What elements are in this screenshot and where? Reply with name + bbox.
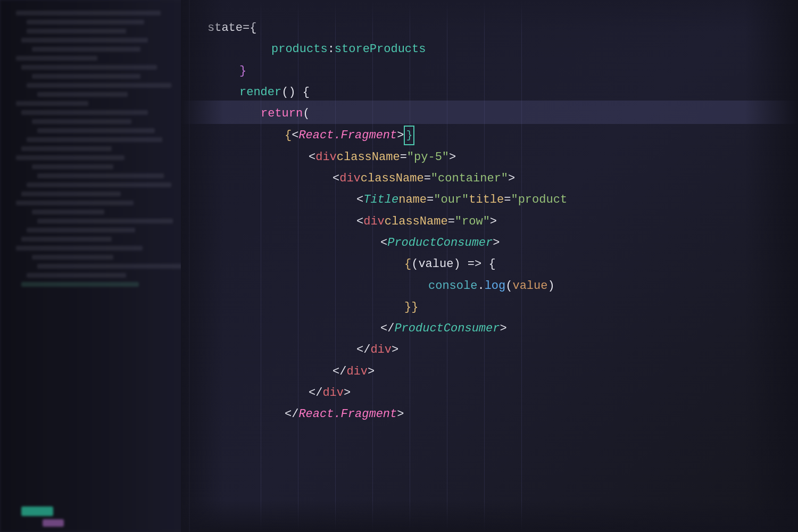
code-token: console	[428, 277, 477, 296]
code-token: .	[477, 277, 484, 296]
code-line-16: </div>	[207, 340, 798, 360]
code-token: </	[309, 384, 322, 403]
code-token: div	[315, 148, 337, 167]
code-token: {	[404, 255, 411, 274]
sidebar-code-lines	[0, 0, 192, 297]
code-token: div	[339, 169, 361, 188]
code-token: div	[370, 340, 392, 360]
code-token: =	[448, 212, 455, 231]
code-token: :	[328, 40, 335, 59]
code-token: className	[337, 148, 400, 167]
code-token: </	[380, 319, 394, 338]
code-token: =	[400, 148, 407, 167]
code-token: log	[485, 277, 506, 296]
code-token: div	[346, 362, 368, 381]
code-token: () {	[281, 83, 310, 102]
cursor: }	[404, 126, 414, 145]
code-token: </	[285, 405, 298, 424]
code-line-1: state={	[207, 19, 798, 38]
code-content: state={ products: storeProducts } render…	[207, 5, 798, 532]
code-token: >	[493, 234, 500, 253]
code-token: =	[504, 190, 511, 210]
code-token: =	[427, 190, 434, 210]
code-token: "row"	[455, 212, 490, 231]
code-line-7: <div className="py-5">	[207, 148, 798, 167]
code-line-19: </React.Fragment>	[207, 405, 798, 424]
code-token: ={	[243, 19, 256, 38]
code-token: }	[239, 62, 246, 81]
code-line-10: <div className="row">	[207, 212, 798, 231]
code-token: )	[547, 277, 554, 296]
code-token: render	[239, 83, 281, 102]
code-line-8: <div className="container">	[207, 169, 798, 188]
code-editor-screen: state={ products: storeProducts } render…	[0, 0, 798, 532]
code-token: (	[505, 277, 512, 296]
code-line-11: <ProductConsumer>	[207, 234, 798, 253]
code-token: (value) => {	[411, 255, 495, 274]
code-line-3: }	[207, 62, 798, 81]
code-line-9: <Title name="our" title= "product	[207, 190, 798, 210]
code-line-4: render() {	[207, 83, 798, 102]
code-token: >	[392, 340, 398, 360]
code-token: div	[363, 212, 385, 231]
code-token: >	[397, 405, 404, 424]
code-line-12: {(value) => {	[207, 255, 798, 274]
code-line-6: {<React.Fragment>}	[207, 126, 798, 145]
code-token: >	[449, 148, 456, 167]
code-token: "our"	[434, 190, 469, 210]
code-line-18: </div>	[207, 384, 798, 403]
code-token: ProductConsumer	[387, 234, 493, 253]
code-token: value	[512, 277, 547, 296]
code-token: <	[356, 212, 363, 231]
code-token: >	[490, 212, 497, 231]
code-token: >	[344, 384, 351, 403]
sidebar-divider	[189, 0, 190, 532]
code-line-14: }}	[207, 298, 798, 317]
code-token: (	[303, 104, 310, 123]
code-line-13: console.log(value)	[207, 277, 798, 296]
code-token: storeProducts	[335, 40, 426, 59]
code-line-17: </div>	[207, 362, 798, 381]
code-token: <	[356, 190, 363, 210]
code-token: state	[207, 19, 243, 38]
code-token: <	[292, 126, 298, 145]
code-token: name	[398, 190, 427, 210]
code-token: <	[380, 234, 387, 253]
code-token: >	[508, 169, 515, 188]
code-token: "container"	[431, 169, 508, 188]
code-token: <	[309, 148, 315, 167]
code-token: title	[469, 190, 504, 210]
code-token: >	[368, 362, 375, 381]
code-token: React.Fragment	[298, 126, 397, 145]
code-line-5: return (	[207, 104, 798, 123]
code-token: =	[424, 169, 431, 188]
code-token: >	[397, 126, 404, 145]
code-token: div	[322, 384, 344, 403]
code-token: ProductConsumer	[394, 319, 500, 338]
code-token: return	[261, 104, 303, 123]
code-token: className	[361, 169, 424, 188]
code-token: {	[285, 126, 292, 145]
code-token: React.Fragment	[298, 405, 397, 424]
sidebar-panel	[0, 0, 192, 532]
code-token: >	[500, 319, 506, 338]
code-token: "py-5"	[407, 148, 449, 167]
code-token: className	[385, 212, 448, 231]
code-token: products	[271, 40, 328, 59]
code-token: "product	[511, 190, 567, 210]
code-line-15: </ProductConsumer>	[207, 319, 798, 338]
code-token: <	[332, 169, 339, 188]
code-token: </	[356, 340, 370, 360]
code-token: Title	[363, 190, 398, 210]
code-line-2: products: storeProducts	[207, 40, 798, 59]
code-editor-main: state={ products: storeProducts } render…	[181, 0, 798, 532]
code-token: }}	[404, 298, 418, 317]
code-token: </	[332, 362, 346, 381]
